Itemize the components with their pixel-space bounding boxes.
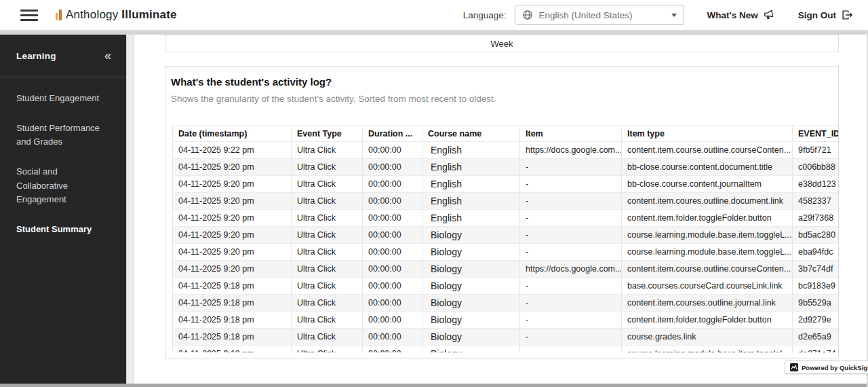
table-row: 04-11-2025 9:20 pmUltra Click00:00:00Eng… bbox=[173, 176, 839, 193]
table-cell: 00:00:00 bbox=[363, 176, 422, 193]
table-cell: - bbox=[520, 193, 622, 210]
table-row: 04-11-2025 9:18 pmUltra Click00:00:00Bio… bbox=[173, 329, 839, 346]
table-cell: https://docs.google.com... bbox=[520, 261, 622, 278]
table-cell: course.grades.link bbox=[622, 329, 793, 346]
sidebar-nav: Student EngagementStudent Performance an… bbox=[0, 77, 126, 236]
table-cell: 00:00:00 bbox=[363, 193, 422, 210]
quicksight-logo-icon bbox=[790, 363, 798, 371]
table-cell: English bbox=[422, 210, 520, 227]
table-cell: course.learning.module.base.item.toggleL… bbox=[622, 227, 793, 244]
column-header[interactable]: EVENT_ID bbox=[793, 126, 839, 142]
column-header[interactable]: Duration ... bbox=[363, 126, 422, 142]
table-row: 04-11-2025 9:20 pmUltra Click00:00:00Eng… bbox=[173, 159, 839, 176]
table-cell: 00:00:00 bbox=[363, 227, 422, 244]
table-cell: - bbox=[520, 329, 622, 346]
megaphone-icon bbox=[762, 8, 776, 22]
sidebar-title: Learning bbox=[16, 51, 56, 61]
table-cell: 3b7c74df bbox=[793, 261, 839, 278]
table-cell: 04-11-2025 9:20 pm bbox=[173, 176, 292, 193]
table-row: 04-11-2025 9:18 pmUltra Click00:00:00Bio… bbox=[173, 312, 839, 329]
table-body: 04-11-2025 9:22 pmUltra Click00:00:00Eng… bbox=[173, 142, 839, 353]
table-cell: course.learning.module.base.item.toggleL… bbox=[622, 346, 793, 353]
table-cell: c006bb88 bbox=[793, 159, 839, 176]
activity-log-card: What's the student's activity log? Shows… bbox=[165, 66, 839, 358]
language-selected-value: English (United States) bbox=[539, 10, 633, 20]
table-cell: Ultra Click bbox=[292, 159, 363, 176]
table-cell: bd5ac280 bbox=[793, 227, 839, 244]
week-axis-label: Week bbox=[491, 39, 513, 49]
top-header: Anthology Illuminate Language: English (… bbox=[0, 0, 868, 31]
table-cell: 00:00:00 bbox=[363, 210, 422, 227]
table-cell: - bbox=[520, 312, 622, 329]
table-cell: 04-11-2025 9:20 pm bbox=[173, 193, 292, 210]
main-content: Week What's the student's activity log? … bbox=[134, 35, 867, 384]
sidebar-item[interactable]: Student Engagement bbox=[16, 92, 110, 105]
table-cell: 04-11-2025 9:18 pm bbox=[173, 295, 292, 312]
activity-log-table-container: Date (timestamp)Event TypeDuration ...Co… bbox=[172, 126, 838, 352]
table-row: 04-11-2025 9:20 pmUltra Click00:00:00Bio… bbox=[173, 261, 839, 278]
app-logo: Anthology Illuminate bbox=[56, 8, 177, 22]
collapse-sidebar-icon[interactable]: « bbox=[104, 50, 111, 62]
table-cell: 00:00:00 bbox=[363, 295, 422, 312]
table-row: 04-11-2025 9:20 pmUltra Click00:00:00Eng… bbox=[173, 193, 839, 210]
table-cell: 04-11-2025 9:18 pm bbox=[173, 346, 292, 353]
table-cell: Biology bbox=[422, 329, 520, 346]
table-cell: course.learning.module.base.item.toggleL… bbox=[622, 244, 793, 261]
table-cell: a29f7368 bbox=[793, 210, 839, 227]
table-cell: 04-11-2025 9:22 pm bbox=[173, 142, 292, 159]
column-header[interactable]: Item type bbox=[622, 126, 793, 142]
vertical-scrollbar[interactable] bbox=[126, 35, 134, 384]
table-cell: Ultra Click bbox=[292, 244, 363, 261]
table-cell: Ultra Click bbox=[292, 295, 363, 312]
sidebar-item[interactable]: Student Performance and Grades bbox=[16, 122, 110, 149]
table-cell: 00:00:00 bbox=[363, 346, 422, 353]
table-cell: - bbox=[520, 295, 622, 312]
table-cell: Biology bbox=[422, 244, 520, 261]
table-cell: 00:00:00 bbox=[363, 278, 422, 295]
table-cell: bb-close.course.content.document.title bbox=[622, 159, 793, 176]
table-cell: 04-11-2025 9:20 pm bbox=[173, 261, 292, 278]
sign-out-icon bbox=[841, 9, 853, 21]
table-cell: 00:00:00 bbox=[363, 329, 422, 346]
table-cell: content.item.coures.outline.document.lin… bbox=[622, 193, 793, 210]
card-subtitle: Shows the granularity of the student's a… bbox=[171, 94, 496, 104]
table-row: 04-11-2025 9:18 pmUltra Click00:00:00Bio… bbox=[173, 278, 839, 295]
week-axis-card: Week bbox=[165, 35, 839, 52]
card-title: What's the student's activity log? bbox=[171, 76, 332, 88]
chevron-down-icon bbox=[671, 14, 677, 17]
sign-out-label: Sign Out bbox=[798, 10, 836, 20]
table-cell: Biology bbox=[422, 346, 520, 353]
table-cell: 04-11-2025 9:20 pm bbox=[173, 159, 292, 176]
hamburger-menu-icon[interactable] bbox=[20, 10, 38, 21]
table-cell: bb-close.course.content.journalItem bbox=[622, 176, 793, 193]
table-cell: 04-11-2025 9:20 pm bbox=[173, 244, 292, 261]
column-header[interactable]: Event Type bbox=[292, 126, 363, 142]
table-cell: content.item.folder.toggleFolder.button bbox=[622, 210, 793, 227]
table-cell: Ultra Click bbox=[292, 210, 363, 227]
table-cell: Ultra Click bbox=[292, 176, 363, 193]
window-bottom-edge bbox=[0, 384, 868, 387]
table-cell: content.item.course.outline.courseConten… bbox=[622, 261, 793, 278]
table-cell: 4582337 bbox=[793, 193, 839, 210]
table-cell: Biology bbox=[422, 227, 520, 244]
table-cell: https://docs.google.com... bbox=[520, 142, 622, 159]
sign-out-button[interactable]: Sign Out bbox=[798, 9, 853, 21]
sidebar-item[interactable]: Student Summary bbox=[16, 223, 110, 236]
table-cell: - bbox=[520, 227, 622, 244]
sidebar-item[interactable]: Social and Collaborative Engagement bbox=[16, 165, 110, 206]
column-header[interactable]: Item bbox=[520, 126, 622, 142]
powered-by-quicksight-badge[interactable]: Powered by QuickSight bbox=[785, 361, 868, 374]
column-header[interactable]: Date (timestamp) bbox=[173, 126, 292, 142]
table-cell: d2e65a9 bbox=[793, 329, 839, 346]
language-dropdown[interactable]: English (United States) bbox=[515, 5, 684, 25]
table-cell: Ultra Click bbox=[292, 227, 363, 244]
table-cell: 00:00:00 bbox=[363, 159, 422, 176]
table-cell: Biology bbox=[422, 295, 520, 312]
table-cell: 04-11-2025 9:18 pm bbox=[173, 278, 292, 295]
sidebar: Learning « Student EngagementStudent Per… bbox=[0, 35, 126, 384]
table-cell: Biology bbox=[422, 312, 520, 329]
column-header[interactable]: Course name bbox=[422, 126, 520, 142]
table-cell: eba94fdc bbox=[793, 244, 839, 261]
table-row: 04-11-2025 9:18 pmUltra Click00:00:00Bio… bbox=[173, 346, 839, 353]
whats-new-button[interactable]: What's New bbox=[707, 9, 775, 21]
